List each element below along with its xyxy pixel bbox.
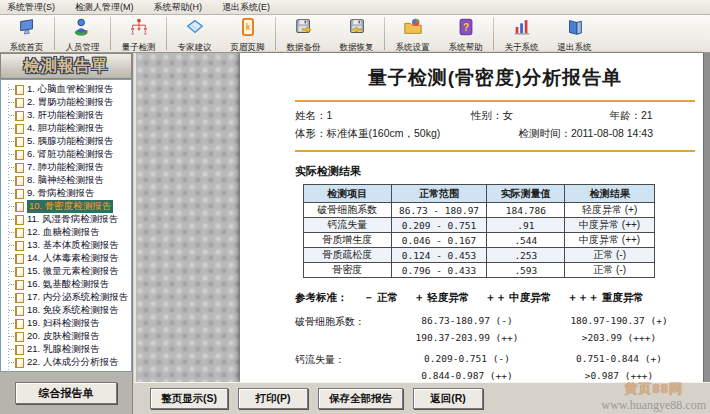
workspace: 量子检测(骨密度)分析报告单 姓名：1 性别：女 年龄：21 体形：标准体重(1… <box>134 53 710 382</box>
composite-report-button[interactable]: 综合报告单 <box>15 382 117 404</box>
header-footer-icon: k <box>238 17 258 41</box>
menu-system-management[interactable]: 系统管理(S) <box>4 0 58 15</box>
report-item-body-composition[interactable]: 22. 人体成分分析报告 <box>5 356 131 369</box>
menu-exit-system[interactable]: 退出系统(E) <box>219 0 273 15</box>
reference-range: 0.209-0.751 (-) <box>391 353 543 367</box>
legend-normal: － 正常 <box>364 291 398 305</box>
expert-advice-button[interactable]: 专家建议 <box>168 15 221 52</box>
header-range: 正常范围 <box>391 185 487 203</box>
home-button[interactable]: 系统首页 <box>0 15 53 52</box>
report-item-blood-sugar[interactable]: 12. 血糖检测报告 <box>5 226 131 239</box>
tree-connector <box>9 258 14 259</box>
report-item-label: 2. 胃肠功能检测报告 <box>27 96 114 109</box>
about-icon <box>512 17 532 41</box>
report-item-bone-disease[interactable]: 9. 骨病检测报告 <box>5 187 131 200</box>
document-icon <box>15 176 24 186</box>
report-item-gallbladder[interactable]: 4. 胆功能检测报告 <box>5 122 131 135</box>
sidebar-footer: 综合报告单 <box>0 372 132 414</box>
sidebar-header: 檢測報告單 <box>0 53 132 79</box>
legend-moderate: ＋＋ 中度异常 <box>485 291 551 305</box>
report-item-pancreas[interactable]: 5. 胰腺功能检测报告 <box>5 135 131 148</box>
report-item-label: 7. 肺功能检测报告 <box>27 161 104 174</box>
legend-mild: ＋ 轻度异常 <box>414 291 469 305</box>
report-item-liver[interactable]: 3. 肝功能检测报告 <box>5 109 131 122</box>
toolbar-separator <box>166 17 167 50</box>
cell-result: 轻度异常 (+) <box>565 203 655 218</box>
report-item-rheumatism[interactable]: 11. 风湿骨病检测报告 <box>5 213 131 226</box>
document-icon <box>15 202 24 212</box>
report-item-skin[interactable]: 20. 皮肤检测报告 <box>5 330 131 343</box>
report-item-lung[interactable]: 7. 肺功能检测报告 <box>5 161 131 174</box>
report-item-brain-nerve[interactable]: 8. 脑神经检测报告 <box>5 174 131 187</box>
tree-connector <box>9 128 14 129</box>
report-item-endocrine[interactable]: 17. 内分泌系统检测报告 <box>5 291 131 304</box>
save-all-reports-button[interactable]: 保存全部报告 <box>318 388 403 409</box>
full-page-view-button[interactable]: 整页显示(S) <box>150 388 228 409</box>
header-footer-button[interactable]: k 页眉页脚 <box>221 15 274 52</box>
document-icon <box>15 345 24 355</box>
svg-text:k: k <box>245 23 250 32</box>
report-item-label: 19. 妇科检测报告 <box>27 317 100 330</box>
header-item: 检测项目 <box>304 185 392 203</box>
document-icon <box>15 85 24 95</box>
reference-range: 0.751-0.844 (+) <box>543 353 695 367</box>
data-restore-button[interactable]: 数据恢复 <box>330 15 383 52</box>
reference-legend: 参考标准： － 正常 ＋ 轻度异常 ＋＋ 中度异常 ＋＋＋ 重度异常 <box>295 291 695 305</box>
reference-range: 86.73-180.97 (-) <box>391 315 543 329</box>
cell-measured: .253 <box>487 248 565 263</box>
cell-result: 正常 (-) <box>565 263 655 278</box>
home-icon <box>17 17 37 41</box>
data-backup-button[interactable]: 数据备份 <box>277 15 330 52</box>
vertical-scrollbar[interactable] <box>703 53 710 382</box>
cell-range: 0.124 - 0.453 <box>391 248 487 263</box>
main-footer: 整页显示(S) 打印(P) 保存全部报告 返回(R) <box>134 382 710 414</box>
report-item-amino-acid[interactable]: 16. 氨基酸检测报告 <box>5 278 131 291</box>
report-item-trace-elements[interactable]: 15. 微量元素检测报告 <box>5 265 131 278</box>
cell-range: 0.796 - 0.433 <box>391 263 487 278</box>
about-system-button[interactable]: 关于系统 <box>495 15 548 52</box>
exit-system-button[interactable]: 退出系统 <box>548 15 601 52</box>
report-item-kidney[interactable]: 6. 肾脏功能检测报告 <box>5 148 131 161</box>
cell-item: 破骨细胞系数 <box>304 203 392 218</box>
report-item-immune[interactable]: 18. 免疫系统检测报告 <box>5 304 131 317</box>
document-icon <box>15 280 24 290</box>
system-help-button[interactable]: ? 系统帮助 <box>439 15 492 52</box>
menu-personnel-management[interactable]: 检测人管理(M) <box>72 0 137 15</box>
table-row: 钙流失量 0.209 - 0.751 .91 中度异常 (++) <box>304 218 655 233</box>
document-icon <box>15 111 24 121</box>
document-icon <box>15 137 24 147</box>
document-icon <box>15 267 24 277</box>
cell-item: 钙流失量 <box>304 218 392 233</box>
table-row: 骨质疏松度 0.124 - 0.453 .253 正常 (-) <box>304 248 655 263</box>
people-management-button[interactable]: 人员管理 <box>56 15 109 52</box>
reference-entry: 钙流失量： 0.209-0.751 (-) 0.751-0.844 (+) <box>295 353 695 367</box>
cell-result: 正常 (-) <box>565 248 655 263</box>
patient-info-row-2: 体形：标准体重(160cm，50kg) 检测时间：2011-08-08 14:4… <box>295 127 695 141</box>
quantum-detect-button[interactable]: 量子检测 <box>112 15 165 52</box>
report-item-cardio[interactable]: 1. 心脑血管检测报告 <box>5 83 131 96</box>
settings-button[interactable]: 系统设置 <box>386 15 439 52</box>
report-item-gynecology[interactable]: 19. 妇科检测报告 <box>5 317 131 330</box>
menu-system-help[interactable]: 系统帮助(H) <box>151 0 206 15</box>
report-item-breast[interactable]: 21. 乳腺检测报告 <box>5 343 131 356</box>
document-icon <box>15 98 24 108</box>
tree-connector <box>9 89 14 90</box>
document-icon <box>15 124 24 134</box>
legend-severe: ＋＋＋ 重度异常 <box>567 291 643 305</box>
tree-connector <box>9 245 14 246</box>
cell-result: 中度异常 (++) <box>565 218 655 233</box>
report-item-label: 16. 氨基酸检测报告 <box>27 278 109 291</box>
tree-connector <box>9 336 14 337</box>
table-row: 骨密度 0.796 - 0.433 .593 正常 (-) <box>304 263 655 278</box>
reference-range: >0.987 (+++) <box>543 370 695 381</box>
report-item-toxins[interactable]: 14. 人体毒素检测报告 <box>5 252 131 265</box>
print-button[interactable]: 打印(P) <box>238 388 308 409</box>
report-item-gastro[interactable]: 2. 胃肠功能检测报告 <box>5 96 131 109</box>
report-item-constitution[interactable]: 13. 基本体质检测报告 <box>5 239 131 252</box>
report-item-label: 15. 微量元素检测报告 <box>27 265 119 278</box>
return-button[interactable]: 返回(R) <box>413 388 483 409</box>
report-item-bone-density-selected[interactable]: 10. 骨密度检测报告 <box>5 200 131 213</box>
tree-connector <box>9 115 14 116</box>
reference-label: 参考标准： <box>295 291 348 305</box>
report-item-label: 6. 肾脏功能检测报告 <box>27 148 114 161</box>
